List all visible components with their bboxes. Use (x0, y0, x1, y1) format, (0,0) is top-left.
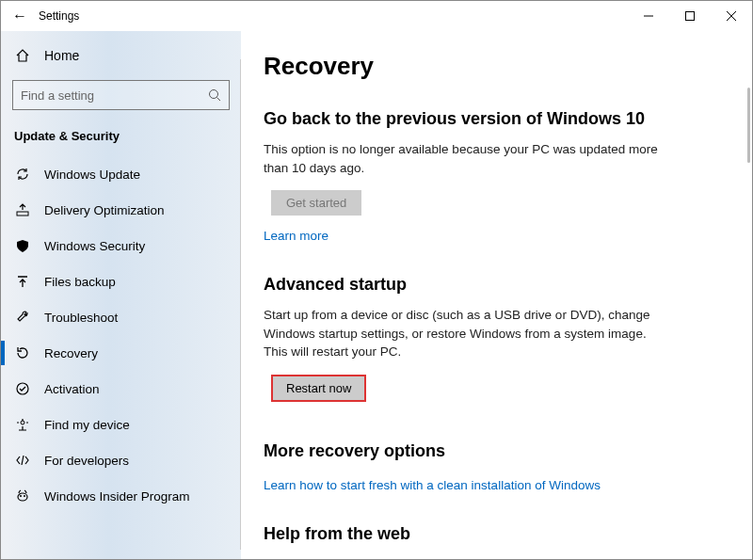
main-content: Recovery Go back to the previous version… (241, 31, 752, 559)
svg-line-5 (217, 98, 221, 102)
search-field[interactable] (21, 88, 208, 103)
sidebar-category: Update & Security (1, 125, 241, 156)
advanced-heading: Advanced startup (264, 275, 729, 295)
wrench-icon (14, 310, 31, 325)
sync-icon (14, 167, 31, 182)
sidebar-item-label: For developers (44, 454, 129, 468)
insider-icon (14, 488, 31, 504)
section-go-back: Go back to the previous version of Windo… (264, 109, 729, 243)
goback-desc: This option is no longer available becau… (264, 140, 659, 177)
section-more-recovery: More recovery options Learn how to start… (264, 441, 729, 492)
minimize-button[interactable] (628, 1, 669, 31)
sidebar-home-label: Home (44, 48, 79, 63)
sidebar-item-label: Files backup (44, 275, 116, 289)
developers-icon (14, 453, 31, 468)
svg-point-8 (21, 421, 24, 424)
check-circle-icon (14, 381, 31, 396)
sidebar: Home Update & Security Windows Update (1, 31, 241, 559)
sidebar-item-label: Delivery Optimization (44, 203, 165, 217)
sidebar-item-label: Troubleshoot (44, 311, 118, 325)
window-title: Settings (39, 9, 79, 23)
sidebar-item-label: Activation (44, 382, 100, 396)
restart-now-button[interactable]: Restart now (271, 375, 366, 402)
sidebar-item-label: Recovery (44, 346, 98, 360)
learn-more-link[interactable]: Learn more (264, 229, 328, 243)
titlebar: ← Settings (1, 1, 752, 31)
search-icon (208, 88, 221, 102)
sidebar-item-recovery[interactable]: Recovery (1, 335, 241, 371)
section-advanced-startup: Advanced startup Start up from a device … (264, 275, 729, 409)
sidebar-item-for-developers[interactable]: For developers (1, 442, 241, 478)
shield-icon (14, 238, 31, 253)
back-button[interactable]: ← (1, 8, 39, 24)
svg-rect-6 (17, 212, 28, 216)
home-icon (14, 48, 31, 63)
sidebar-item-activation[interactable]: Activation (1, 371, 241, 407)
section-help-web: Help from the web Finding my BitLocker r… (264, 524, 729, 559)
sidebar-home[interactable]: Home (1, 39, 241, 72)
maximize-icon (685, 11, 695, 21)
svg-rect-1 (686, 12, 695, 21)
sidebar-item-files-backup[interactable]: Files backup (1, 264, 241, 299)
settings-window: ← Settings Home U (0, 0, 753, 560)
page-title: Recovery (264, 52, 729, 81)
location-icon (14, 417, 31, 432)
sidebar-item-windows-update[interactable]: Windows Update (1, 156, 241, 192)
svg-point-10 (20, 495, 22, 497)
close-button[interactable] (711, 1, 752, 31)
sidebar-item-windows-insider[interactable]: Windows Insider Program (1, 478, 241, 514)
help-heading: Help from the web (264, 524, 729, 544)
more-heading: More recovery options (264, 441, 729, 461)
scrollbar[interactable] (747, 88, 750, 163)
close-icon (727, 11, 736, 21)
svg-point-4 (210, 90, 218, 99)
svg-point-11 (24, 495, 25, 497)
svg-point-7 (17, 383, 28, 394)
sidebar-item-troubleshoot[interactable]: Troubleshoot (1, 299, 241, 335)
backup-icon (14, 274, 31, 289)
sidebar-item-label: Find my device (44, 418, 130, 432)
sidebar-item-find-my-device[interactable]: Find my device (1, 407, 241, 442)
advanced-desc: Start up from a device or disc (such as … (264, 306, 659, 361)
sidebar-item-windows-security[interactable]: Windows Security (1, 228, 241, 264)
recovery-icon (14, 345, 31, 360)
delivery-icon (14, 202, 31, 217)
start-fresh-link[interactable]: Learn how to start fresh with a clean in… (264, 478, 601, 492)
svg-point-9 (18, 493, 27, 501)
search-input[interactable] (12, 80, 230, 110)
sidebar-item-label: Windows Update (44, 168, 140, 182)
get-started-button: Get started (271, 190, 361, 216)
minimize-icon (644, 11, 653, 21)
goback-heading: Go back to the previous version of Windo… (264, 109, 729, 129)
sidebar-item-label: Windows Security (44, 239, 145, 253)
maximize-button[interactable] (669, 1, 711, 31)
sidebar-item-label: Windows Insider Program (44, 489, 190, 504)
sidebar-item-delivery-optimization[interactable]: Delivery Optimization (1, 192, 241, 228)
